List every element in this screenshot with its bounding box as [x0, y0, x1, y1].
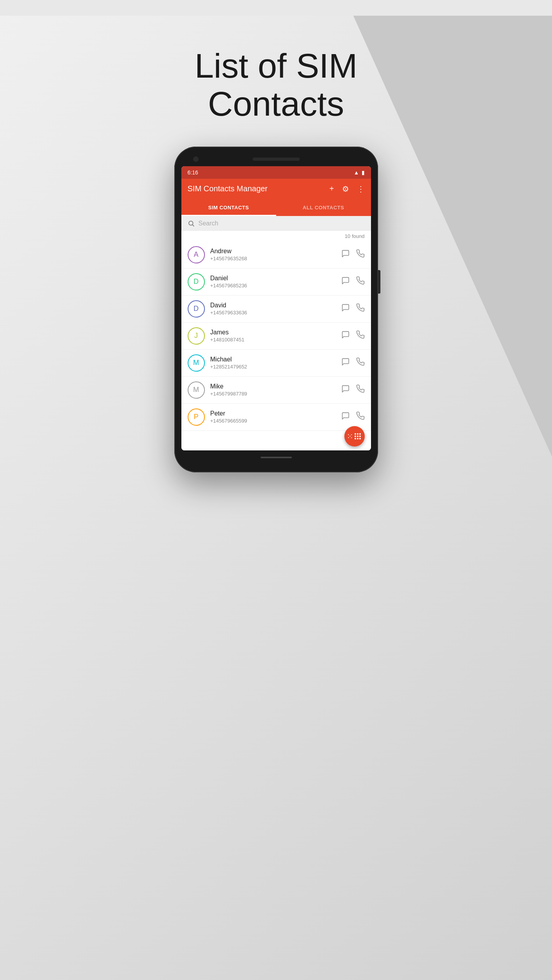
contact-avatar: M: [188, 381, 205, 399]
keypad-icon: [353, 432, 362, 441]
app-title: SIM Contacts Manager: [188, 184, 268, 193]
more-button[interactable]: ⋮: [357, 184, 365, 194]
contact-avatar: J: [188, 327, 205, 345]
message-icon[interactable]: [341, 276, 350, 287]
settings-button[interactable]: ⚙: [342, 184, 349, 194]
signal-icon: ▲: [354, 169, 359, 176]
search-icon: [188, 220, 195, 227]
contact-item[interactable]: M Michael +128521479652: [181, 350, 371, 377]
tabs: SIM CONTACTS ALL CONTACTS: [181, 199, 371, 216]
message-icon[interactable]: [341, 303, 350, 314]
contact-avatar: A: [188, 246, 205, 263]
search-bar[interactable]: Search: [181, 216, 371, 231]
contact-item[interactable]: D Daniel +145679685236: [181, 269, 371, 296]
app-bar: SIM Contacts Manager + ⚙ ⋮: [181, 179, 371, 199]
phone-frame: 6:16 ▲ ▮ SIM Contacts Manager + ⚙ ⋮ SIM …: [174, 147, 378, 472]
contact-info: Peter +145679665599: [210, 410, 336, 424]
contact-phone: +145679987789: [210, 391, 336, 397]
svg-point-5: [355, 436, 356, 437]
phone-camera: [193, 156, 199, 162]
call-icon[interactable]: [356, 385, 365, 395]
app-bar-actions: + ⚙ ⋮: [329, 184, 365, 194]
svg-point-6: [357, 436, 358, 437]
contact-name: Michael: [210, 356, 336, 363]
battery-icon: ▮: [362, 169, 365, 176]
call-icon[interactable]: [356, 303, 365, 314]
contact-phone: +145679685236: [210, 283, 336, 289]
headline-line1: List of SIM: [195, 47, 358, 85]
contact-name: Peter: [210, 410, 336, 417]
contact-info: Mike +145679987789: [210, 383, 336, 397]
svg-point-7: [359, 436, 361, 437]
svg-point-9: [357, 438, 358, 439]
contact-phone: +145679633636: [210, 310, 336, 316]
fab-area: ⁙️: [181, 431, 371, 450]
tab-all-contacts[interactable]: ALL CONTACTS: [276, 199, 371, 216]
results-count: 10 found: [181, 231, 371, 241]
contact-actions: [341, 249, 365, 260]
status-time: 6:16: [188, 169, 198, 176]
svg-line-1: [192, 225, 194, 226]
contact-avatar: D: [188, 273, 205, 290]
contact-phone: +14810087451: [210, 337, 336, 343]
status-bar: 6:16 ▲ ▮: [181, 166, 371, 179]
headline: List of SIM Contacts: [195, 47, 358, 123]
contact-phone: +145679665599: [210, 418, 336, 424]
contact-info: Andrew +145679635268: [210, 248, 336, 261]
contact-actions: [341, 412, 365, 422]
contact-avatar: P: [188, 408, 205, 426]
contact-name: Mike: [210, 383, 336, 390]
fab-dial-button[interactable]: ⁙️: [344, 426, 365, 446]
svg-point-3: [357, 433, 358, 435]
svg-point-8: [355, 438, 356, 439]
contact-name: David: [210, 302, 336, 309]
contact-info: James +14810087451: [210, 329, 336, 343]
phone-speaker: [253, 158, 300, 161]
headline-line2: Contacts: [195, 85, 358, 123]
message-icon[interactable]: [341, 358, 350, 368]
contact-avatar: D: [188, 300, 205, 318]
message-icon[interactable]: [341, 249, 350, 260]
message-icon[interactable]: [341, 412, 350, 422]
message-icon[interactable]: [341, 330, 350, 341]
contact-phone: +145679635268: [210, 256, 336, 261]
contact-info: Daniel +145679685236: [210, 275, 336, 289]
home-indicator: [261, 457, 292, 458]
status-icons: ▲ ▮: [354, 169, 365, 176]
phone-side-button: [378, 270, 380, 294]
contact-name: Daniel: [210, 275, 336, 282]
contact-name: Andrew: [210, 248, 336, 255]
search-placeholder: Search: [199, 220, 219, 227]
contact-actions: [341, 276, 365, 287]
call-icon[interactable]: [356, 358, 365, 368]
add-button[interactable]: +: [329, 184, 334, 193]
svg-point-2: [355, 433, 356, 435]
page-wrapper: List of SIM Contacts 6:16 ▲ ▮ SIM Contac…: [0, 16, 552, 980]
contact-actions: [341, 385, 365, 395]
contact-actions: [341, 303, 365, 314]
message-icon[interactable]: [341, 385, 350, 395]
tab-sim-contacts[interactable]: SIM CONTACTS: [181, 199, 276, 216]
contact-list: A Andrew +145679635268: [181, 241, 371, 431]
contact-name: James: [210, 329, 336, 336]
svg-point-4: [359, 433, 361, 435]
contact-item[interactable]: M Mike +145679987789: [181, 377, 371, 404]
dial-icon: ⁙️: [347, 432, 353, 441]
contact-info: Michael +128521479652: [210, 356, 336, 370]
svg-point-10: [359, 438, 361, 439]
contact-item[interactable]: D David +145679633636: [181, 296, 371, 323]
contact-item[interactable]: A Andrew +145679635268: [181, 241, 371, 269]
contact-phone: +128521479652: [210, 364, 336, 370]
call-icon[interactable]: [356, 249, 365, 260]
call-icon[interactable]: [356, 412, 365, 422]
call-icon[interactable]: [356, 276, 365, 287]
contact-item[interactable]: J James +14810087451: [181, 323, 371, 350]
contact-info: David +145679633636: [210, 302, 336, 316]
contact-avatar: M: [188, 354, 205, 372]
phone-top-bar: [181, 154, 371, 166]
phone-bottom: [181, 450, 371, 461]
phone-screen: 6:16 ▲ ▮ SIM Contacts Manager + ⚙ ⋮ SIM …: [181, 166, 371, 450]
contact-item[interactable]: P Peter +145679665599: [181, 404, 371, 431]
contact-actions: [341, 358, 365, 368]
call-icon[interactable]: [356, 330, 365, 341]
